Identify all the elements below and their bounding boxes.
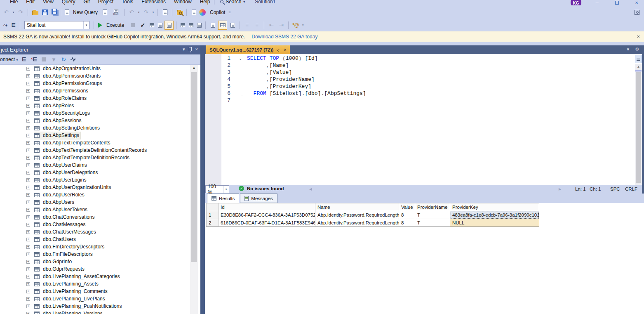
solution-label[interactable]: Solution1	[251, 0, 280, 5]
connect-icon[interactable]: ⋿	[10, 21, 17, 30]
expand-icon[interactable]: +	[26, 275, 30, 279]
window-close-button[interactable]: ×	[632, 0, 642, 5]
database-selector[interactable]: SiteHost ▾	[24, 21, 89, 29]
tab-results[interactable]: Results	[207, 194, 239, 203]
results-to-file-icon[interactable]	[228, 21, 237, 30]
expand-icon[interactable]: +	[26, 290, 30, 293]
hscroll-right-icon[interactable]: ▶	[559, 187, 561, 191]
expand-icon[interactable]: +	[26, 260, 30, 264]
code-line-3[interactable]: ,[Value]	[247, 69, 366, 76]
grid-corner-cell[interactable]	[206, 203, 219, 211]
breakpoint-margin[interactable]	[205, 54, 221, 185]
expand-icon[interactable]: +	[26, 238, 30, 241]
expand-icon[interactable]: +	[26, 305, 30, 308]
expand-icon[interactable]: +	[26, 282, 30, 286]
disconnect-server-icon[interactable]: ×⋿	[30, 55, 38, 64]
results-pane-icon[interactable]	[165, 21, 174, 30]
feedback-icon[interactable]	[632, 8, 642, 17]
expand-icon[interactable]: +	[26, 312, 30, 314]
tree-item-dbo.abptexttemplatedefinitionrecords[interactable]: +dbo.AbpTextTemplateDefinitionRecords	[0, 154, 200, 161]
stop-process-icon[interactable]	[40, 55, 47, 64]
expand-icon[interactable]: +	[26, 245, 30, 249]
data-cell[interactable]: 8	[399, 211, 415, 219]
tree-item-dbo.abpusertokens[interactable]: +dbo.AbpUserTokens	[0, 206, 200, 213]
row-number-cell[interactable]: 1	[206, 211, 219, 219]
nav-back-dropdown[interactable]: ▾	[12, 11, 15, 14]
window-position-icon[interactable]: ▾	[183, 47, 185, 52]
gear-icon[interactable]: ⚙	[635, 47, 639, 52]
data-cell[interactable]: T	[415, 219, 450, 227]
expand-icon[interactable]: +	[26, 126, 30, 130]
tree-item-dbo.liveplanning_assets[interactable]: +dbo.LivePlanning_Assets	[0, 280, 200, 288]
live-statistics-icon[interactable]	[156, 21, 164, 30]
issues-indicator[interactable]: ✓ No issues found	[239, 186, 284, 191]
redo-dropdown[interactable]: ▾	[151, 11, 155, 14]
tree-item-dbo.abporganizationunits[interactable]: +dbo.AbpOrganizationUnits	[0, 65, 200, 72]
tree-item-dbo.chatmessages[interactable]: +dbo.ChatMessages	[0, 221, 200, 228]
save-icon[interactable]	[40, 8, 49, 17]
tree-item-dbo.abppermissiongroups[interactable]: +dbo.AbpPermissionGroups	[0, 80, 200, 87]
open-file-icon[interactable]	[31, 8, 40, 17]
expand-icon[interactable]: +	[26, 253, 30, 256]
row-number-cell[interactable]: 2	[206, 219, 219, 227]
client-statistics-icon[interactable]	[195, 21, 203, 30]
tree-item-dbo.abpuserroles[interactable]: +dbo.AbpUserRoles	[0, 191, 200, 198]
expand-icon[interactable]: +	[26, 111, 30, 115]
menu-tools[interactable]: Tools	[118, 0, 137, 5]
specify-values-icon[interactable]	[179, 21, 186, 30]
comment-icon[interactable]: ≡	[242, 21, 251, 30]
tab-list-icon[interactable]: ▾	[627, 47, 630, 52]
menu-help[interactable]: Help	[196, 0, 214, 5]
refresh-icon[interactable]: ↻	[60, 55, 67, 64]
tree-item-dbo.liveplanning_versions[interactable]: +dbo.LivePlanning_Versions	[0, 310, 200, 314]
expand-icon[interactable]: +	[26, 178, 30, 182]
search-menu[interactable]: Search▾	[214, 0, 251, 5]
expand-icon[interactable]: +	[26, 156, 30, 160]
expand-icon[interactable]: +	[26, 67, 30, 71]
tab-pin-icon[interactable]: ⟂	[276, 47, 281, 52]
fold-margin[interactable]: ⌄	[238, 55, 244, 104]
code-area[interactable]: SELECT TOP (1000) [Id] ,[Name] ,[Value] …	[247, 55, 366, 104]
tab-messages[interactable]: Messages	[240, 194, 277, 203]
new-query-button[interactable]: New Query	[65, 8, 99, 17]
undo-dropdown[interactable]: ▾	[137, 11, 141, 14]
column-header-id[interactable]: Id	[219, 203, 315, 211]
scroll-up-icon[interactable]: ▲	[190, 66, 198, 70]
new-notebook-icon[interactable]	[100, 8, 109, 17]
tree-item-dbo.chatconversations[interactable]: +dbo.ChatConversations	[0, 213, 200, 221]
user-avatar[interactable]: KG	[571, 0, 581, 5]
tree-item-dbo.abpuserclaims[interactable]: +dbo.AbpUserClaims	[0, 161, 200, 169]
data-cell[interactable]: E30D8E86-FAF2-CCC4-836A-3A1F53D07523	[219, 211, 315, 219]
window-minimize-button[interactable]: –	[592, 0, 602, 5]
tree-item-dbo.fmfiledescriptors[interactable]: +dbo.FmFileDescriptors	[0, 250, 200, 258]
results-to-text-icon[interactable]	[208, 21, 217, 30]
expand-icon[interactable]: +	[26, 104, 30, 108]
expand-icon[interactable]: +	[26, 201, 30, 204]
code-line-2[interactable]: ,[Name]	[247, 62, 366, 69]
data-cell[interactable]: Abp.Identity.Password.RequiredLength	[315, 211, 399, 219]
expand-icon[interactable]: +	[26, 186, 30, 189]
menu-query[interactable]: Query	[58, 0, 80, 5]
tree-item-dbo.liveplanning_comments[interactable]: +dbo.LivePlanning_Comments	[0, 288, 200, 295]
tree-item-dbo.fmdirectorydescriptors[interactable]: +dbo.FmDirectoryDescriptors	[0, 243, 200, 250]
menu-window[interactable]: Window	[170, 0, 196, 5]
editor-split-handle[interactable]	[635, 55, 642, 63]
tree-item-dbo.chatusers[interactable]: +dbo.ChatUsers	[0, 236, 200, 243]
close-icon[interactable]: ×	[195, 47, 198, 52]
data-cell[interactable]: 483ea8fa-c1e8-edcb-7a96-3a1f2090c101	[450, 211, 539, 219]
expand-icon[interactable]: +	[26, 119, 30, 123]
code-line-1[interactable]: SELECT TOP (1000) [Id]	[247, 55, 366, 62]
expand-icon[interactable]: +	[26, 97, 30, 100]
tree-item-dbo.abpsecuritylogs[interactable]: +dbo.AbpSecurityLogs	[0, 109, 200, 117]
sqlcmd-icon[interactable]: *@	[291, 21, 300, 30]
results-to-grid-icon[interactable]	[218, 21, 227, 30]
expand-icon[interactable]: +	[26, 171, 30, 175]
tree-item-dbo.gdprrequests[interactable]: +dbo.GdprRequests	[0, 265, 200, 273]
tree-item-dbo.abppermissiongrants[interactable]: +dbo.AbpPermissionGrants	[0, 72, 200, 80]
menu-edit[interactable]: Edit	[22, 0, 39, 5]
add-item-icon[interactable]	[189, 8, 198, 17]
dax-query-icon[interactable]: DAX	[110, 8, 122, 17]
notification-close-icon[interactable]: ×	[637, 33, 640, 40]
code-line-5[interactable]: ,[ProviderKey]	[247, 83, 366, 90]
parse-icon[interactable]: ✓	[138, 21, 147, 30]
